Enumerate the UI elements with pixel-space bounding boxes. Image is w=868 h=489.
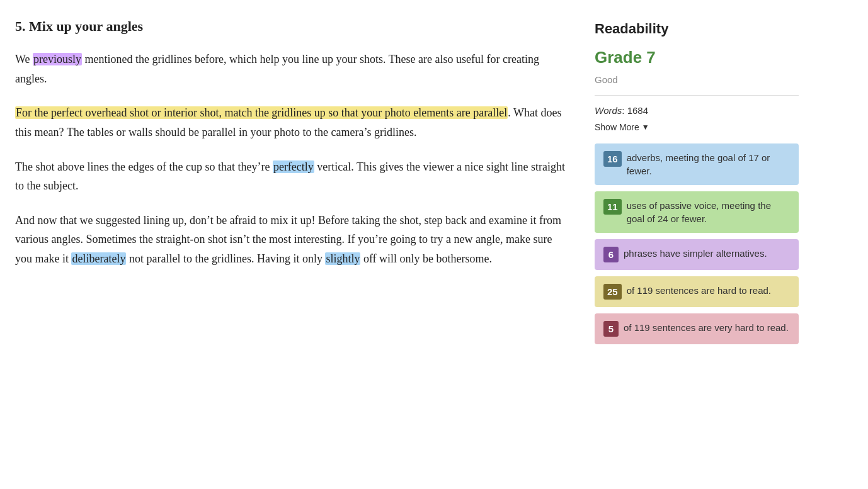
show-more-label: Show More <box>595 122 639 132</box>
stat-number-1: 11 <box>603 199 622 215</box>
sidebar: Readability Grade 7 Good Words: 1684 Sho… <box>595 15 809 474</box>
stat-text-3: of 119 sentences are hard to read. <box>627 284 771 297</box>
chevron-down-icon: ▼ <box>642 123 649 132</box>
stat-text-4: of 119 sentences are very hard to read. <box>624 321 789 334</box>
grade-label: Grade 7 <box>595 45 799 71</box>
stat-number-3: 25 <box>603 284 622 300</box>
words-value: 1684 <box>627 105 648 116</box>
grade-desc: Good <box>595 72 799 87</box>
stats-list: 16adverbs, meeting the goal of 17 or few… <box>595 143 799 344</box>
stat-text-0: adverbs, meeting the goal of 17 or fewer… <box>627 151 790 177</box>
stat-number-4: 5 <box>603 321 619 337</box>
stat-text-2: phrases have simpler alternatives. <box>624 247 767 260</box>
highlight-slightly: slightly <box>325 252 360 265</box>
stat-card-2: 6phrases have simpler alternatives. <box>595 239 799 270</box>
show-more-button[interactable]: Show More ▼ <box>595 122 649 132</box>
sidebar-divider <box>595 95 799 96</box>
section-heading: 5. Mix up your angles <box>15 15 569 37</box>
stat-number-0: 16 <box>603 151 622 167</box>
highlight-perfectly: perfectly <box>273 160 314 173</box>
paragraph-1: We previously mentioned the gridlines be… <box>15 50 569 88</box>
main-content: 5. Mix up your angles We previously ment… <box>15 15 595 474</box>
stat-card-4: 5of 119 sentences are very hard to read. <box>595 313 799 344</box>
paragraph-4: And now that we suggested lining up, don… <box>15 211 569 269</box>
stat-card-0: 16adverbs, meeting the goal of 17 or few… <box>595 143 799 185</box>
stat-card-1: 11uses of passive voice, meeting the goa… <box>595 191 799 233</box>
stat-text-1: uses of passive voice, meeting the goal … <box>627 199 790 225</box>
sidebar-title: Readability <box>595 18 799 40</box>
words-row: Words: 1684 <box>595 103 799 118</box>
paragraph-2: For the perfect overhead shot or interio… <box>15 103 569 142</box>
highlight-deliberately: deliberately <box>71 252 126 265</box>
stat-number-2: 6 <box>603 247 619 262</box>
highlight-overhead: For the perfect overhead shot or interio… <box>15 106 508 119</box>
stat-card-3: 25of 119 sentences are hard to read. <box>595 276 799 307</box>
paragraph-3: The shot above lines the edges of the cu… <box>15 157 569 196</box>
highlight-previously: previously <box>33 53 82 65</box>
words-label: Words <box>595 105 622 116</box>
